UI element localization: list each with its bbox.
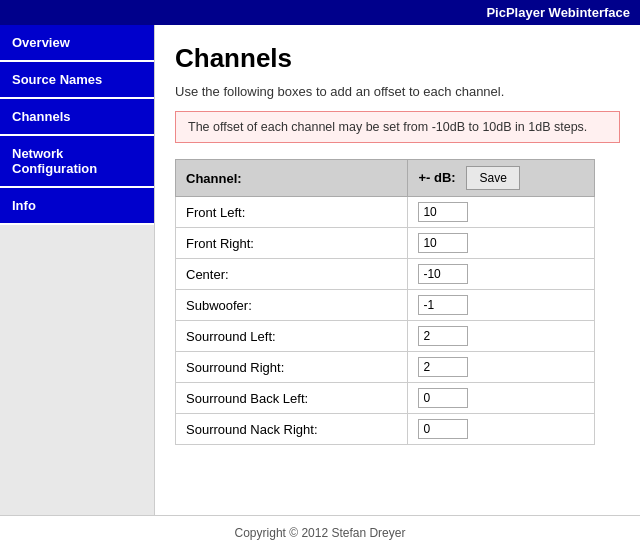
table-row: Front Left: (176, 197, 595, 228)
channel-value-cell (408, 228, 595, 259)
channel-value-input[interactable] (418, 357, 468, 377)
channel-value-input[interactable] (418, 419, 468, 439)
channel-value-cell (408, 321, 595, 352)
top-bar: PicPlayer Webinterface (0, 0, 640, 25)
col-channel-header: Channel: (176, 160, 408, 197)
sidebar-item-source-names[interactable]: Source Names (0, 62, 154, 99)
channel-value-cell (408, 197, 595, 228)
sidebar: OverviewSource NamesChannelsNetwork Conf… (0, 25, 155, 515)
channel-label: Sourround Left: (176, 321, 408, 352)
channel-label: Front Left: (176, 197, 408, 228)
channel-value-input[interactable] (418, 233, 468, 253)
channel-value-input[interactable] (418, 388, 468, 408)
channel-label: Sourround Right: (176, 352, 408, 383)
col-db-header: +- dB: Save (408, 160, 595, 197)
sidebar-item-overview[interactable]: Overview (0, 25, 154, 62)
main-content: Channels Use the following boxes to add … (155, 25, 640, 515)
table-row: Subwoofer: (176, 290, 595, 321)
channel-value-input[interactable] (418, 326, 468, 346)
channel-value-input[interactable] (418, 202, 468, 222)
channel-value-cell (408, 383, 595, 414)
footer-text: Copyright © 2012 Stefan Dreyer (235, 526, 406, 540)
sidebar-item-info[interactable]: Info (0, 188, 154, 225)
app-title: PicPlayer Webinterface (486, 5, 630, 20)
page-subtitle: Use the following boxes to add an offset… (175, 84, 620, 99)
channel-label: Sourround Back Left: (176, 383, 408, 414)
channel-value-cell (408, 352, 595, 383)
table-row: Center: (176, 259, 595, 290)
channel-label: Front Right: (176, 228, 408, 259)
footer: Copyright © 2012 Stefan Dreyer (0, 515, 640, 542)
page-title: Channels (175, 43, 620, 74)
info-box-text: The offset of each channel may be set fr… (188, 120, 587, 134)
channel-value-cell (408, 259, 595, 290)
channel-label: Sourround Nack Right: (176, 414, 408, 445)
channel-value-input[interactable] (418, 295, 468, 315)
table-row: Sourround Nack Right: (176, 414, 595, 445)
info-box: The offset of each channel may be set fr… (175, 111, 620, 143)
channel-value-cell (408, 414, 595, 445)
channel-label: Subwoofer: (176, 290, 408, 321)
table-row: Sourround Right: (176, 352, 595, 383)
channel-label: Center: (176, 259, 408, 290)
channel-value-input[interactable] (418, 264, 468, 284)
table-row: Sourround Left: (176, 321, 595, 352)
channel-table: Channel: +- dB: Save Front Left:Front Ri… (175, 159, 595, 445)
sidebar-item-channels[interactable]: Channels (0, 99, 154, 136)
save-button[interactable]: Save (466, 166, 519, 190)
table-row: Front Right: (176, 228, 595, 259)
sidebar-item-network-configuration[interactable]: Network Configuration (0, 136, 154, 188)
table-row: Sourround Back Left: (176, 383, 595, 414)
channel-value-cell (408, 290, 595, 321)
